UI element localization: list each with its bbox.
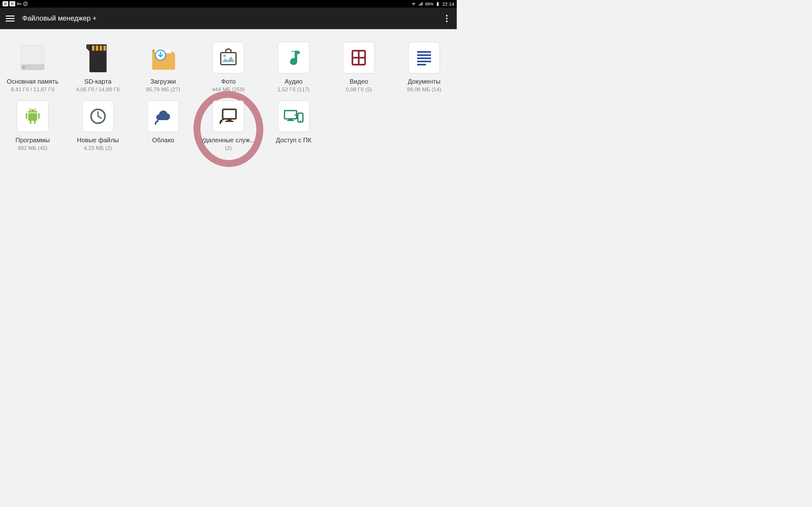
tile-label: Фото — [221, 78, 236, 85]
svg-point-19 — [290, 60, 296, 65]
tile-pc-access[interactable]: Доступ с ПК — [263, 101, 324, 152]
tile-sub: 444 МБ (259) — [212, 87, 245, 93]
tile-label: Программы — [15, 136, 50, 144]
hamburger-menu-icon[interactable] — [6, 14, 14, 23]
svg-rect-20 — [295, 51, 297, 60]
status-bar: O O 88% 22:14 — [0, 0, 457, 8]
signal-icon — [418, 1, 423, 6]
tile-sub: 86,06 МБ (14) — [407, 87, 441, 93]
svg-point-31 — [34, 110, 35, 112]
remote-monitor-icon — [212, 101, 244, 132]
clock-icon — [82, 101, 114, 132]
outlook-icon: O — [3, 1, 8, 6]
cloud-icon — [147, 101, 179, 132]
svg-rect-33 — [38, 113, 40, 119]
svg-rect-1 — [19, 3, 21, 4]
tile-sub: 95,79 МБ (27) — [146, 87, 181, 93]
svg-rect-48 — [287, 120, 294, 121]
tile-sub: 8,41 Гб / 11,87 Гб — [11, 87, 54, 93]
svg-rect-44 — [225, 121, 234, 122]
tile-label: Удаленные служ… — [200, 136, 256, 144]
tile-sub: 1,52 Гб (117) — [277, 87, 310, 93]
svg-rect-9 — [21, 65, 44, 70]
tile-label: Документы — [408, 78, 441, 85]
svg-rect-34 — [30, 120, 32, 124]
tile-new-files[interactable]: Новые файлы 4,23 МБ (2) — [67, 101, 129, 152]
audio-icon — [278, 42, 310, 73]
svg-line-37 — [35, 108, 36, 110]
photo-icon — [212, 42, 244, 73]
tile-sub: 4,05 Гб / 14,88 Гб — [76, 87, 119, 93]
svg-rect-3 — [21, 3, 21, 4]
svg-point-45 — [219, 123, 221, 124]
svg-rect-11 — [92, 46, 95, 51]
compass-icon — [23, 1, 28, 6]
tile-label: SD-карта — [84, 78, 112, 85]
svg-line-40 — [98, 116, 101, 118]
tile-apps[interactable]: Программы 892 МБ (45) — [2, 101, 63, 152]
app-title: Файловый менеджер + — [22, 14, 97, 22]
svg-rect-43 — [227, 119, 232, 121]
svg-point-18 — [223, 55, 226, 57]
tile-sub: 4,23 МБ (2) — [84, 145, 112, 152]
svg-rect-42 — [223, 109, 236, 119]
tile-label: Видео — [350, 78, 368, 85]
status-right: 88% 22:14 — [411, 1, 454, 7]
key-icon — [16, 1, 21, 6]
tile-label: Доступ с ПК — [276, 136, 311, 144]
tile-internal-storage[interactable]: Основная память 8,41 Гб / 11,87 Гб — [2, 42, 63, 93]
tile-video[interactable]: Видео 0,98 Гб (5) — [328, 42, 390, 93]
svg-rect-12 — [96, 46, 98, 51]
tile-sub: (2) — [225, 145, 232, 152]
tile-cloud[interactable]: Облако — [132, 101, 194, 152]
tile-sd-card[interactable]: SD-карта 4,05 Гб / 14,88 Гб — [67, 42, 129, 93]
battery-icon — [435, 1, 440, 6]
tile-downloads[interactable]: Загрузки 95,79 МБ (27) — [132, 42, 194, 93]
svg-point-41 — [155, 123, 156, 125]
pc-transfer-icon — [278, 101, 310, 132]
tile-remote-services[interactable]: Удаленные служ… (2) — [197, 101, 259, 152]
svg-rect-7 — [437, 2, 438, 3]
svg-line-36 — [30, 108, 31, 110]
tile-sub: 0,98 Гб (5) — [346, 87, 372, 93]
svg-rect-17 — [221, 53, 236, 65]
sd-card-icon — [82, 42, 114, 73]
svg-point-50 — [300, 120, 301, 121]
android-icon — [17, 101, 49, 132]
tile-sub: 892 МБ (45) — [18, 145, 47, 152]
svg-rect-32 — [26, 113, 27, 119]
downloads-icon — [147, 42, 179, 73]
tiles-grid: Основная память 8,41 Гб / 11,87 Гб SD-ка… — [0, 29, 457, 152]
svg-point-10 — [23, 66, 24, 68]
svg-rect-29 — [28, 113, 37, 121]
tile-label: Облако — [152, 136, 174, 144]
status-time: 22:14 — [442, 1, 454, 7]
tile-documents[interactable]: Документы 86,06 МБ (14) — [393, 42, 455, 93]
svg-rect-35 — [34, 120, 36, 124]
svg-rect-6 — [438, 2, 438, 2]
tile-audio[interactable]: Аудио 1,52 Гб (117) — [263, 42, 324, 93]
tile-label: Новые файлы — [77, 136, 119, 144]
svg-point-0 — [17, 3, 19, 4]
svg-rect-14 — [103, 46, 106, 51]
documents-icon — [408, 42, 440, 73]
tile-photos[interactable]: Фото 444 МБ (259) — [197, 42, 259, 93]
svg-rect-13 — [100, 46, 102, 51]
video-icon — [343, 42, 374, 73]
battery-percent: 88% — [425, 2, 433, 6]
svg-rect-47 — [288, 119, 293, 120]
tile-label: Аудио — [285, 78, 302, 85]
outlook-icon-2: O — [9, 1, 15, 6]
hdd-icon — [17, 42, 49, 73]
app-bar: Файловый менеджер + — [0, 8, 457, 29]
svg-point-30 — [30, 110, 32, 112]
wifi-icon — [411, 1, 416, 6]
tile-label: Основная память — [7, 78, 58, 85]
overflow-menu-icon[interactable] — [442, 13, 451, 24]
tile-label: Загрузки — [150, 78, 176, 85]
status-left: O O — [3, 1, 28, 6]
svg-rect-2 — [20, 3, 20, 4]
